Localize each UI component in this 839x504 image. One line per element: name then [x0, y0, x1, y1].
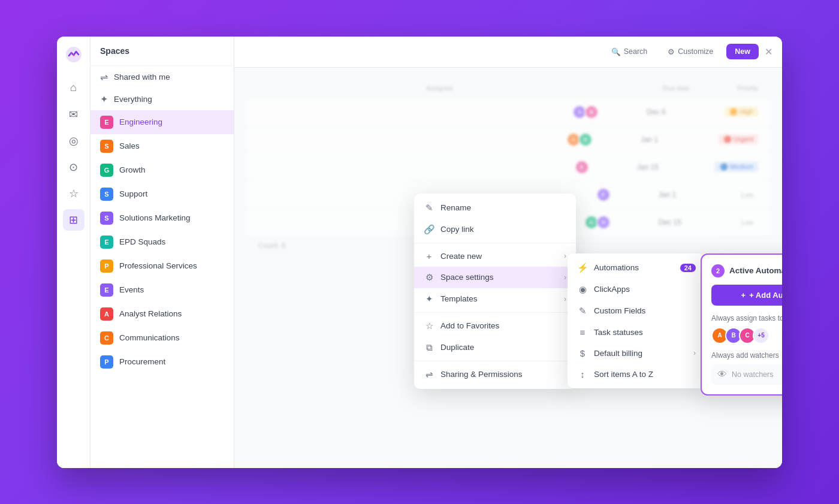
sidebar-item-procurement[interactable]: P Procurement: [90, 350, 234, 374]
menu-item-clickapps[interactable]: ◉ ClickApps: [568, 279, 705, 300]
chevron-right-icon: ›: [564, 252, 566, 260]
menu-item-rename[interactable]: ✎ Rename: [414, 197, 576, 219]
new-button[interactable]: New: [726, 44, 759, 59]
menu-divider: [414, 361, 576, 361]
sidebar-item-events[interactable]: E Events: [90, 278, 234, 302]
menu-item-sort-items[interactable]: ↕ Sort items A to Z: [568, 364, 705, 385]
task-statuses-icon: ≡: [577, 327, 588, 337]
search-button[interactable]: 🔍 Search: [604, 44, 655, 60]
sidebar-item-epd-squads[interactable]: E EPD Squads: [90, 230, 234, 254]
clickapps-icon: ◉: [577, 284, 588, 295]
menu-item-add-favorites[interactable]: ☆ Add to Favorites: [414, 315, 576, 337]
menu-label: Copy link: [440, 225, 474, 234]
due-date: Jan 1: [659, 191, 689, 199]
avatar-plus-badge: +5: [753, 327, 769, 344]
avatar: E: [575, 160, 589, 174]
menu-item-space-settings[interactable]: ⚙ Space settings ›: [414, 267, 576, 288]
star-icon: ☆: [424, 321, 434, 331]
svg-point-1: [70, 52, 72, 53]
support-badge: S: [100, 188, 113, 201]
shared-icon: ⇌: [100, 71, 108, 83]
menu-item-copy-link[interactable]: 🔗 Copy link: [414, 219, 576, 240]
template-icon: ✦: [424, 294, 434, 304]
analyst-badge: A: [100, 307, 113, 321]
sidebar-item-everything[interactable]: ✦ Everything: [90, 88, 234, 110]
plus-icon: +: [741, 291, 746, 300]
sidebar-item-home[interactable]: ⌂: [63, 77, 84, 99]
menu-label: Templates: [440, 294, 478, 303]
menu-label: Sharing & Permissions: [440, 370, 523, 379]
menu-divider: [414, 312, 576, 313]
avatar-stack: F: [596, 188, 611, 202]
menu-item-templates[interactable]: ✦ Templates ›: [414, 288, 576, 310]
content-area: Assignee Due date Priority A B Dec 6 🟠 H…: [234, 68, 782, 468]
search-icon: 🔍: [611, 47, 621, 56]
menu-item-custom-fields[interactable]: ✎ Custom Fields: [568, 300, 705, 322]
sidebar-item-label: Professional Services: [119, 261, 197, 270]
sidebar-item-favorites[interactable]: ☆: [63, 183, 84, 204]
sidebar-item-label: Growth: [119, 165, 146, 174]
ps-badge: P: [100, 259, 113, 273]
sidebar-item-label: Communications: [119, 333, 180, 342]
menu-label: Space settings: [440, 273, 494, 282]
table-row: C D Jan 1 🔴 Urgent: [246, 126, 770, 153]
sidebar-item-analyst-relations[interactable]: A Analyst Relations: [90, 302, 234, 326]
sort-icon: ↕: [577, 369, 588, 379]
add-automation-button[interactable]: + + Add Automation: [711, 285, 782, 306]
menu-item-default-billing[interactable]: $ Default billing ›: [568, 343, 705, 364]
sidebar-header: Spaces: [90, 37, 234, 66]
menu-label: Duplicate: [440, 343, 474, 352]
sidebar-item-engineering[interactable]: E Engineering: [90, 110, 234, 134]
watcher-icon: 👁: [717, 369, 727, 380]
everything-icon: ✦: [100, 93, 108, 105]
menu-item-sharing[interactable]: ⇌ Sharing & Permissions: [414, 364, 576, 385]
priority-badge: 🟠 High: [725, 107, 758, 117]
table-row: E Jan 15 🔵 Medium: [246, 154, 770, 180]
automation-panel-title: Active Automations: [729, 266, 782, 275]
sidebar-item-goals[interactable]: ◎: [63, 130, 84, 152]
due-date: Jan 15: [637, 163, 667, 171]
sidebar-item-growth[interactable]: G Growth: [90, 158, 234, 182]
menu-item-task-statuses[interactable]: ≡ Task statuses: [568, 322, 705, 343]
customize-button[interactable]: ⚙ Customize: [660, 44, 720, 60]
sidebar-item-chat[interactable]: ⊙: [63, 156, 84, 178]
col-priority: Priority: [738, 84, 758, 92]
sidebar-item-communications[interactable]: C Communications: [90, 326, 234, 350]
svg-point-2: [73, 54, 74, 56]
no-watchers-label: No watchers: [732, 370, 773, 379]
menu-item-duplicate[interactable]: ⧉ Duplicate: [414, 337, 576, 358]
menu-item-automations[interactable]: ⚡ Automations 24: [568, 257, 705, 279]
sidebar-item-solutions-marketing[interactable]: S Solutions Marketing: [90, 206, 234, 230]
sidebar-item-sales[interactable]: S Sales: [90, 134, 234, 158]
top-bar: 🔍 Search ⚙ Customize New ✕: [234, 37, 782, 68]
due-date: Jan 1: [641, 135, 671, 144]
sidebar-item-label: Sales: [119, 141, 140, 150]
menu-item-create-new[interactable]: + Create new ›: [414, 246, 576, 267]
priority-badge: Low: [737, 190, 758, 200]
priority-badge: Low: [737, 218, 758, 227]
sidebar-item-support[interactable]: S Support: [90, 182, 234, 206]
sidebar-item-shared[interactable]: ⇌ Shared with me: [90, 66, 234, 88]
no-watchers-row: 👁 No watchers: [711, 364, 782, 385]
proc-badge: P: [100, 355, 113, 369]
menu-label: ClickApps: [594, 285, 630, 294]
menu-label: Add to Favorites: [440, 321, 499, 330]
link-icon: 🔗: [424, 224, 434, 235]
sidebar-item-label: Events: [119, 285, 144, 294]
sales-badge: S: [100, 140, 113, 153]
sidebar-item-inbox[interactable]: ✉: [63, 104, 84, 125]
menu-label: Default billing: [594, 349, 642, 358]
sidebar-item-label: Support: [119, 189, 147, 198]
col-due-date: Due date: [663, 84, 690, 92]
active-automations-count: 2: [711, 264, 725, 277]
sidebar-item-professional-services[interactable]: P Professional Services: [90, 254, 234, 278]
sidebar-item-spaces[interactable]: ⊞: [63, 209, 84, 231]
close-button[interactable]: ✕: [765, 46, 772, 58]
rename-icon: ✎: [424, 203, 434, 213]
billing-icon: $: [577, 348, 588, 358]
epd-badge: E: [100, 236, 113, 249]
automations-count-badge: 24: [680, 264, 696, 272]
custom-fields-icon: ✎: [577, 306, 588, 316]
auto-avatar-stack: A B C +5: [711, 327, 782, 344]
solutions-badge: S: [100, 212, 113, 225]
